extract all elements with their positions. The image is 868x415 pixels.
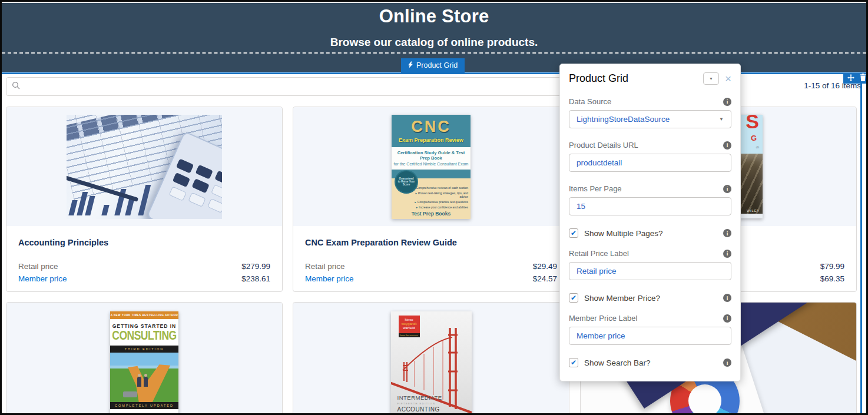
checkmark-icon: ✔ [571, 358, 577, 367]
retail-price-label: Retail price [18, 260, 58, 273]
show-member-price-checkbox[interactable]: ✔ [569, 293, 578, 303]
field-label-data-source: Data Source [569, 97, 611, 106]
field-label-show-multiple-pages: Show Multiple Pages? [584, 229, 723, 238]
member-price-link[interactable]: Member price [18, 273, 67, 285]
field-label-show-member-price: Show Member Price? [584, 294, 723, 303]
product-image: kieso weygandt warfield learn for succes… [293, 303, 569, 415]
component-tab-label: Product Grid [416, 61, 458, 69]
data-source-value: LightningStoreDataSource [577, 115, 670, 124]
panel-collapse-button[interactable]: ▼ [703, 72, 719, 85]
member-price-label-value: Member price [577, 331, 625, 340]
info-icon[interactable]: i [723, 358, 731, 367]
cnc-book-cover: CNC Exam Preparation Review Certificatio… [392, 115, 471, 219]
consulting-book-cover: A NEW YORK TIMES BESTSELLING AUTHOR GETT… [110, 311, 178, 415]
product-card[interactable]: CNC Exam Preparation Review Certificatio… [293, 107, 569, 292]
accounting-photo [67, 115, 222, 219]
field-label-member-price-label: Member Price Label [569, 314, 637, 323]
component-tab-product-grid[interactable]: Product Grid [401, 58, 465, 72]
member-price-value: $238.61 [241, 273, 270, 285]
chevron-down-icon: ▼ [719, 117, 724, 122]
product-card[interactable]: kieso weygandt warfield learn for succes… [293, 302, 569, 415]
search-icon [12, 81, 20, 92]
member-price-label-input[interactable]: Member price [569, 327, 731, 345]
component-action-bar [843, 73, 868, 84]
product-title[interactable]: Accounting Principles [18, 238, 270, 248]
retail-price-value: $79.99 [820, 260, 844, 273]
product-card[interactable]: Accounting Principles Retail price $279.… [6, 107, 283, 292]
retail-price-value: $279.99 [241, 260, 270, 273]
info-icon[interactable]: i [723, 250, 731, 258]
product-image [6, 107, 282, 226]
member-price-value: $24.57 [533, 273, 557, 285]
retail-price-label-input[interactable]: Retail price [569, 262, 731, 280]
product-image: A NEW YORK TIMES BESTSELLING AUTHOR GETT… [6, 303, 282, 415]
checkmark-icon: ✔ [571, 294, 577, 302]
info-icon[interactable]: i [723, 314, 731, 323]
checkmark-icon: ✔ [571, 229, 577, 237]
retail-price-label-value: Retail price [577, 267, 617, 275]
member-price-link[interactable]: Member price [305, 273, 354, 285]
data-source-select[interactable]: LightningStoreDataSource ▼ [569, 110, 731, 128]
retail-price-label: Retail price [305, 260, 345, 273]
member-price-value: $69.35 [820, 273, 844, 285]
info-icon[interactable]: i [723, 229, 731, 237]
product-title[interactable]: CNC Exam Preparation Review Guide [305, 238, 557, 248]
retail-price-value: $29.49 [533, 260, 557, 273]
show-multiple-pages-checkbox[interactable]: ✔ [569, 228, 578, 238]
show-search-bar-checkbox[interactable]: ✔ [569, 358, 578, 367]
page-title: Online Store [2, 3, 866, 27]
lightning-bolt-icon [408, 61, 413, 70]
info-icon[interactable]: i [723, 294, 731, 302]
panel-title: Product Grid [569, 72, 703, 85]
property-panel-product-grid: Product Grid ▼ × Data Source i Lightning… [559, 64, 741, 381]
product-details-url-value: productdetail [577, 158, 622, 167]
items-per-page-input[interactable]: 15 [569, 197, 731, 215]
dropzone-dashed-line [2, 52, 866, 54]
chevron-down-icon: ▼ [709, 77, 713, 81]
info-icon[interactable]: i [723, 98, 731, 106]
trash-icon[interactable] [860, 73, 866, 84]
field-label-product-details-url: Product Details URL [569, 141, 638, 150]
product-details-url-input[interactable]: productdetail [569, 154, 731, 172]
close-icon: × [725, 72, 731, 85]
move-icon[interactable] [847, 73, 854, 84]
info-icon[interactable]: i [723, 185, 731, 193]
items-per-page-value: 15 [577, 202, 585, 211]
field-label-show-search-bar: Show Search Bar? [584, 358, 723, 367]
field-label-retail-price-label: Retail Price Label [569, 249, 629, 258]
panel-close-button[interactable]: × [725, 74, 731, 84]
page-subtitle: Browse our catalog of online products. [2, 36, 866, 49]
page-root: Online Store Browse our catalog of onlin… [0, 0, 868, 415]
info-icon[interactable]: i [723, 141, 731, 150]
intermediate-accounting-book-cover: kieso weygandt warfield learn for succes… [391, 311, 472, 415]
product-card[interactable]: A NEW YORK TIMES BESTSELLING AUTHOR GETT… [6, 302, 283, 415]
product-image: CNC Exam Preparation Review Certificatio… [293, 107, 569, 226]
field-label-items-per-page: Items Per Page [569, 184, 622, 193]
selection-border-right [860, 72, 862, 413]
